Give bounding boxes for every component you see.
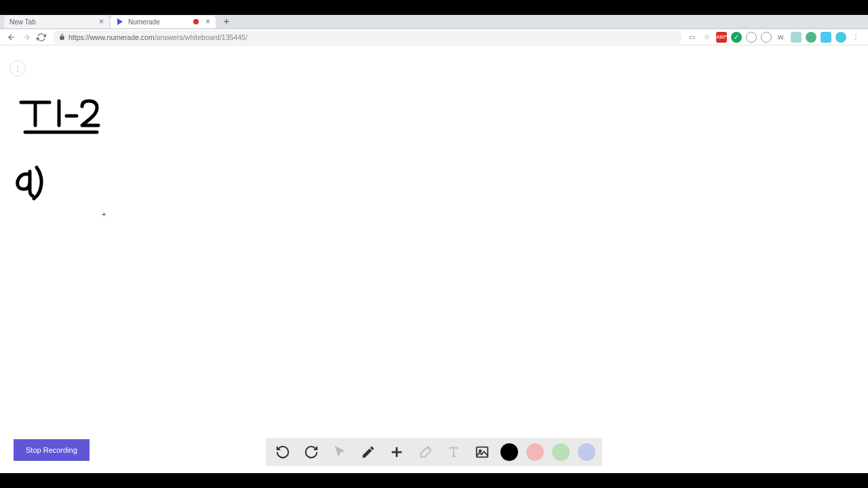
handwriting-t1-2: [17, 97, 105, 138]
stop-recording-button[interactable]: Stop Recording: [14, 439, 90, 461]
star-icon[interactable]: ☆: [701, 32, 712, 43]
handwriting-a: [11, 162, 52, 203]
extension-icon[interactable]: [791, 32, 802, 43]
tab-new-tab[interactable]: New Tab ×: [4, 16, 109, 28]
image-tool-button[interactable]: [472, 442, 492, 462]
tab-numerade[interactable]: Numerade ×: [111, 16, 216, 28]
pencil-tool-button[interactable]: [358, 442, 378, 462]
reload-button[interactable]: [34, 30, 49, 45]
extension-icon[interactable]: W.: [776, 32, 787, 43]
redo-button[interactable]: [301, 442, 321, 462]
tab-title: New Tab: [9, 18, 96, 26]
cast-icon[interactable]: ▭: [686, 32, 697, 43]
extension-icon[interactable]: [835, 32, 846, 43]
undo-button[interactable]: [273, 442, 293, 462]
recording-indicator-icon: [193, 19, 199, 24]
letterbox-top: [0, 0, 868, 15]
pointer-tool-button[interactable]: [330, 442, 350, 462]
canvas-menu-button[interactable]: ⋮: [9, 60, 26, 77]
svg-point-1: [479, 450, 481, 452]
extension-icon[interactable]: ✓: [731, 32, 742, 43]
crosshair-cursor-icon: +: [102, 210, 106, 218]
forward-button[interactable]: [19, 30, 34, 45]
whiteboard-canvas[interactable]: +: [0, 45, 868, 473]
svg-rect-0: [477, 447, 488, 458]
menu-icon[interactable]: ⋮: [850, 32, 861, 43]
letterbox-bottom: [0, 473, 868, 488]
extension-icon[interactable]: [746, 32, 757, 43]
address-bar[interactable]: https://www.numerade.com/answers/whitebo…: [53, 30, 682, 44]
back-button[interactable]: [4, 30, 19, 45]
whiteboard-toolbar: [266, 438, 602, 466]
text-tool-button[interactable]: [443, 442, 464, 462]
color-red-button[interactable]: [526, 443, 544, 461]
extension-icon[interactable]: [806, 32, 816, 43]
extension-icon[interactable]: [761, 32, 772, 43]
tab-title: Numerade: [128, 18, 193, 26]
color-black-button[interactable]: [500, 443, 518, 461]
url-text: https://www.numerade.com/answers/whitebo…: [68, 33, 248, 41]
browser-nav-bar: https://www.numerade.com/answers/whitebo…: [0, 29, 868, 45]
extension-icon[interactable]: ABP: [716, 32, 727, 43]
lock-icon: [58, 33, 66, 41]
extension-icon[interactable]: [821, 32, 831, 43]
color-blue-button[interactable]: [578, 443, 595, 461]
add-tool-button[interactable]: [387, 442, 407, 462]
eraser-tool-button[interactable]: [415, 442, 435, 462]
browser-tab-strip: New Tab × Numerade × +: [0, 15, 868, 29]
close-icon[interactable]: ×: [205, 17, 210, 26]
color-green-button[interactable]: [552, 443, 570, 461]
close-icon[interactable]: ×: [99, 17, 104, 26]
extension-icons: ▭ ☆ ABP ✓ W. ⋮: [686, 32, 864, 43]
numerade-favicon: [116, 18, 124, 26]
new-tab-button[interactable]: +: [220, 15, 233, 28]
